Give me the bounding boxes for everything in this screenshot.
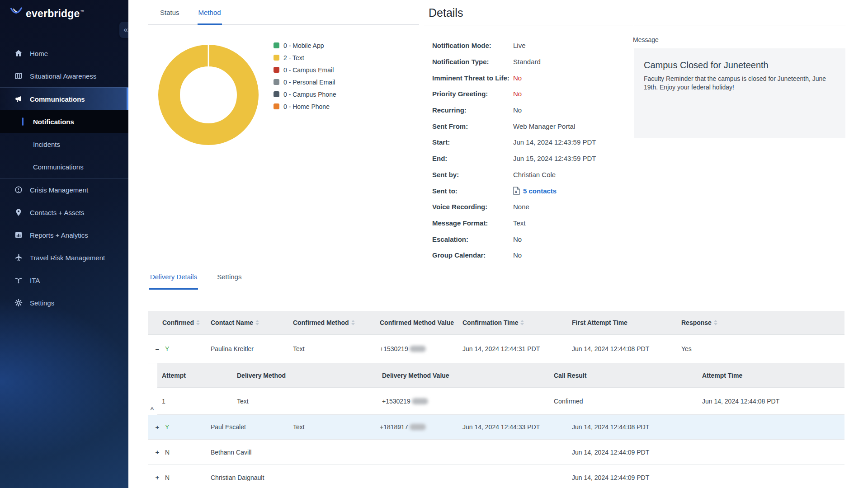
chart-tabs: StatusMethod <box>148 0 419 25</box>
contact-name: Paul Escalet <box>211 423 293 431</box>
table-header-row: ConfirmedContact NameConfirmed MethodCon… <box>148 311 844 335</box>
table-row: + N Christian Daignault Jun 14, 2024 12:… <box>148 465 844 488</box>
sort-icon <box>714 320 717 325</box>
sidebar: everbridge™ HomeSituational AwarenessCom… <box>0 0 128 488</box>
delivery-details-table: ConfirmedContact NameConfirmed MethodCon… <box>148 311 844 488</box>
donut-segment-gap <box>208 45 209 67</box>
confirmed-flag: N <box>165 474 170 481</box>
row-expander[interactable]: − <box>154 345 160 353</box>
tab-status[interactable]: Status <box>159 9 180 25</box>
confirmed-flag: Y <box>165 345 169 352</box>
confirmed-method: Text <box>293 423 380 431</box>
sidebar-item-communications[interactable]: Communications <box>0 87 128 110</box>
contact-name: Christian Daignault <box>211 474 293 481</box>
column-header-first-attempt-time: First Attempt Time <box>572 319 681 326</box>
message-divider <box>634 25 845 25</box>
tab-delivery-details[interactable]: Delivery Details <box>149 273 198 290</box>
detail-field-imminent-threat-to-life: Imminent Threat to Life: No <box>432 70 640 86</box>
donut-ring <box>169 56 248 134</box>
details-fields: Notification Mode: Live Notification Typ… <box>432 38 640 263</box>
message-title: Campus Closed for Juneteenth <box>644 60 836 70</box>
subtable-collapse-caret[interactable]: ^ <box>150 406 154 413</box>
detail-field-voice-recording: Voice Recording: None <box>432 199 640 215</box>
row-expander[interactable]: + <box>154 474 160 481</box>
column-header-confirmed[interactable]: Confirmed <box>148 319 211 326</box>
main-content: StatusMethod 0 - Mobile App2 - Text0 - C… <box>128 0 868 488</box>
location-pin-icon <box>14 208 24 217</box>
confirmation-time: Jun 14, 2024 12:44:31 PDT <box>462 345 572 352</box>
sidebar-item-communications[interactable]: Communications <box>0 155 128 178</box>
redacted-value <box>412 398 428 404</box>
row-expander[interactable]: + <box>154 423 160 431</box>
confirmed-method-value: +1818917 <box>380 423 462 431</box>
subtable-column-attempt-time: Attempt Time <box>702 372 844 379</box>
sort-icon <box>255 320 259 325</box>
subtable-column-delivery-method-value: Delivery Method Value <box>382 372 554 379</box>
table-row: + N Bethann Cavill Jun 14, 2024 12:44:09… <box>148 440 844 465</box>
attempt-subtable: AttemptDelivery MethodDelivery Method Va… <box>157 363 844 415</box>
sidebar-item-notifications[interactable]: Notifications <box>0 110 128 133</box>
detail-field-sent-from: Sent From: Web Manager Portal <box>432 118 640 134</box>
sidebar-item-ita[interactable]: ITA <box>0 269 128 291</box>
sidebar-item-settings[interactable]: Settings <box>0 291 128 314</box>
confirmed-flag: N <box>165 449 170 456</box>
airplane-icon <box>14 253 24 262</box>
row-expander[interactable]: + <box>154 448 160 456</box>
detail-value-sent-to[interactable]: x5 contacts <box>513 187 557 195</box>
redacted-value <box>410 346 426 352</box>
delivery-method-value: +1530219 <box>382 398 554 405</box>
bar-chart-icon <box>14 230 24 239</box>
map-icon <box>14 71 24 80</box>
sidebar-item-crisis-management[interactable]: Crisis Management <box>0 178 128 201</box>
detail-field-priority-greeting: Priority Greeting: No <box>432 86 640 102</box>
redacted-value <box>410 424 426 430</box>
first-attempt-time: Jun 14, 2024 12:44:08 PDT <box>572 423 681 431</box>
contact-name: Paulina Kreitler <box>211 345 293 352</box>
sidebar-item-travel-risk-management[interactable]: Travel Risk Management <box>0 246 128 269</box>
legend-item-0-mobile-app: 0 - Mobile App <box>274 39 336 52</box>
trademark: ™ <box>80 9 85 14</box>
detail-value-imminent-threat-to-life: No <box>513 74 522 82</box>
sidebar-item-situational-awareness[interactable]: Situational Awareness <box>0 65 128 87</box>
sidebar-item-contacts-assets[interactable]: Contacts + Assets <box>0 201 128 224</box>
subtable-column-delivery-method: Delivery Method <box>237 372 382 379</box>
column-header-response[interactable]: Response <box>681 319 844 326</box>
legend-swatch <box>274 103 279 109</box>
xls-file-icon[interactable]: x <box>513 187 520 195</box>
detail-value-sent-by: Christian Cole <box>513 171 556 178</box>
first-attempt-time: Jun 14, 2024 12:44:09 PDT <box>572 474 681 481</box>
app-root: everbridge™ HomeSituational AwarenessCom… <box>0 0 868 488</box>
detail-value-recurring: No <box>513 106 522 114</box>
contact-name: Bethann Cavill <box>211 449 293 456</box>
confirmation-time: Jun 14, 2024 12:44:33 PDT <box>462 423 572 431</box>
legend-item-0-campus-email: 0 - Campus Email <box>274 64 336 76</box>
column-header-contact-name[interactable]: Contact Name <box>211 319 293 326</box>
sidebar-item-incidents[interactable]: Incidents <box>0 133 128 155</box>
ita-icon <box>14 276 24 285</box>
everbridge-bird-icon <box>10 7 23 20</box>
sidebar-item-reports-analytics[interactable]: Reports + Analytics <box>0 224 128 246</box>
sort-icon <box>351 320 355 325</box>
detail-field-escalation: Escalation: No <box>432 231 640 247</box>
delivery-method: Text <box>237 398 382 405</box>
tab-settings[interactable]: Settings <box>216 273 242 290</box>
legend-swatch <box>274 79 279 85</box>
detail-field-group-calendar: Group Calendar: No <box>432 247 640 263</box>
gear-icon <box>14 298 24 307</box>
detail-value-start: Jun 14, 2024 12:43:59 PDT <box>513 138 596 146</box>
column-header-confirmation-time[interactable]: Confirmation Time <box>462 319 572 326</box>
detail-value-priority-greeting: No <box>513 90 522 98</box>
tab-method[interactable]: Method <box>198 9 222 25</box>
column-header-confirmed-method[interactable]: Confirmed Method <box>293 319 380 326</box>
sidebar-nav: HomeSituational AwarenessCommunicationsN… <box>0 42 128 314</box>
legend-swatch <box>274 42 279 48</box>
detail-value-group-calendar: No <box>513 251 522 259</box>
message-body: Faculty Reminder that the campus is clos… <box>644 75 836 92</box>
detail-value-sent-from: Web Manager Portal <box>513 122 575 130</box>
megaphone-icon <box>14 94 24 103</box>
sidebar-item-home[interactable]: Home <box>0 42 128 65</box>
column-header-confirmed-method-value: Confirmed Method Value <box>380 319 462 326</box>
detail-value-notification-type: Standard <box>513 58 541 66</box>
attempt-number: 1 <box>162 398 237 405</box>
detail-field-notification-mode: Notification Mode: Live <box>432 38 640 54</box>
